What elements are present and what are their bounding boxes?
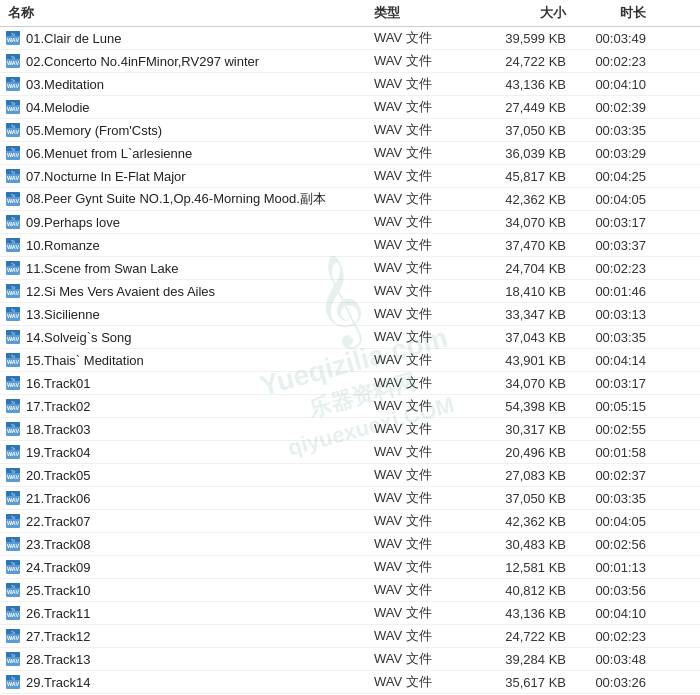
svg-text:WAV: WAV [7,244,19,250]
row-size: 37,050 KB [474,123,574,138]
row-duration: 00:02:23 [574,54,654,69]
wav-file-icon: WAV Tit [4,167,22,185]
table-row[interactable]: WAV Tit 24.Track09 WAV 文件 12,581 KB 00:0… [0,556,700,579]
row-name-text: 03.Meditation [26,77,104,92]
table-row[interactable]: WAV Tit 08.Peer Gynt Suite NO.1,Op.46-Mo… [0,188,700,211]
row-duration: 00:01:46 [574,284,654,299]
row-name-text: 24.Track09 [26,560,91,575]
row-size: 34,070 KB [474,376,574,391]
svg-text:WAV: WAV [7,451,19,457]
row-size: 42,362 KB [474,514,574,529]
table-row[interactable]: WAV Tit 14.Solveig`s Song WAV 文件 37,043 … [0,326,700,349]
row-type: WAV 文件 [374,512,474,530]
row-type: WAV 文件 [374,627,474,645]
table-row[interactable]: WAV Tit 12.Si Mes Vers Avaient des Ailes… [0,280,700,303]
table-row[interactable]: WAV Tit 04.Melodie WAV 文件 27,449 KB 00:0… [0,96,700,119]
table-row[interactable]: WAV Tit 25.Track10 WAV 文件 40,812 KB 00:0… [0,579,700,602]
row-name: WAV Tit 28.Track13 [4,650,374,668]
row-duration: 00:03:48 [574,652,654,667]
wav-file-icon: WAV Tit [4,305,22,323]
header-size[interactable]: 大小 [474,4,574,22]
svg-text:WAV: WAV [7,382,19,388]
table-row[interactable]: WAV Tit 26.Track11 WAV 文件 43,136 KB 00:0… [0,602,700,625]
row-type: WAV 文件 [374,282,474,300]
wav-file-icon: WAV Tit [4,673,22,691]
row-name-text: 09.Perhaps love [26,215,120,230]
row-duration: 00:03:49 [574,31,654,46]
svg-text:WAV: WAV [7,60,19,66]
table-row[interactable]: WAV Tit 17.Track02 WAV 文件 54,398 KB 00:0… [0,395,700,418]
header-type[interactable]: 类型 [374,4,474,22]
row-type: WAV 文件 [374,167,474,185]
wav-file-icon: WAV Tit [4,535,22,553]
row-name-text: 20.Track05 [26,468,91,483]
table-row[interactable]: WAV Tit 01.Clair de Lune WAV 文件 39,599 K… [0,27,700,50]
wav-file-icon: WAV Tit [4,144,22,162]
row-name: WAV Tit 25.Track10 [4,581,374,599]
svg-text:WAV: WAV [7,267,19,273]
svg-text:Tit: Tit [11,102,15,106]
table-row[interactable]: WAV Tit 10.Romanze WAV 文件 37,470 KB 00:0… [0,234,700,257]
svg-text:Tit: Tit [11,263,15,267]
table-row[interactable]: WAV Tit 28.Track13 WAV 文件 39,284 KB 00:0… [0,648,700,671]
table-row[interactable]: WAV Tit 16.Track01 WAV 文件 34,070 KB 00:0… [0,372,700,395]
table-row[interactable]: WAV Tit 27.Track12 WAV 文件 24,722 KB 00:0… [0,625,700,648]
row-name: WAV Tit 22.Track07 [4,512,374,530]
row-name: WAV Tit 27.Track12 [4,627,374,645]
svg-text:WAV: WAV [7,198,19,204]
table-row[interactable]: WAV Tit 15.Thais` Meditation WAV 文件 43,9… [0,349,700,372]
row-name-text: 07.Nocturne In E-Flat Major [26,169,186,184]
table-row[interactable]: WAV Tit 23.Track08 WAV 文件 30,483 KB 00:0… [0,533,700,556]
row-name-text: 25.Track10 [26,583,91,598]
svg-text:Tit: Tit [11,677,15,681]
table-row[interactable]: WAV Tit 19.Track04 WAV 文件 20,496 KB 00:0… [0,441,700,464]
table-row[interactable]: WAV Tit 06.Menuet from L`arlesienne WAV … [0,142,700,165]
row-type: WAV 文件 [374,374,474,392]
svg-text:WAV: WAV [7,359,19,365]
wav-file-icon: WAV Tit [4,558,22,576]
row-duration: 00:02:23 [574,629,654,644]
row-duration: 00:02:39 [574,100,654,115]
table-row[interactable]: WAV Tit 18.Track03 WAV 文件 30,317 KB 00:0… [0,418,700,441]
svg-text:WAV: WAV [7,612,19,618]
table-row[interactable]: WAV Tit 29.Track14 WAV 文件 35,617 KB 00:0… [0,671,700,694]
table-row[interactable]: WAV Tit 20.Track05 WAV 文件 27,083 KB 00:0… [0,464,700,487]
row-name-text: 16.Track01 [26,376,91,391]
table-row[interactable]: WAV Tit 07.Nocturne In E-Flat Major WAV … [0,165,700,188]
svg-text:WAV: WAV [7,83,19,89]
svg-text:Tit: Tit [11,148,15,152]
wav-file-icon: WAV Tit [4,420,22,438]
row-name: WAV Tit 08.Peer Gynt Suite NO.1,Op.46-Mo… [4,190,374,208]
svg-text:WAV: WAV [7,543,19,549]
wav-file-icon: WAV Tit [4,627,22,645]
row-name: WAV Tit 29.Track14 [4,673,374,691]
row-type: WAV 文件 [374,98,474,116]
row-duration: 00:01:13 [574,560,654,575]
row-duration: 00:04:10 [574,606,654,621]
header-duration[interactable]: 时长 [574,4,654,22]
row-name-text: 04.Melodie [26,100,90,115]
table-row[interactable]: WAV Tit 02.Concerto No.4inFMinor,RV297 w… [0,50,700,73]
row-name: WAV Tit 05.Memory (From'Csts) [4,121,374,139]
row-type: WAV 文件 [374,397,474,415]
table-row[interactable]: WAV Tit 21.Track06 WAV 文件 37,050 KB 00:0… [0,487,700,510]
header-name[interactable]: 名称 [4,4,374,22]
wav-file-icon: WAV Tit [4,443,22,461]
table-row[interactable]: WAV Tit 13.Sicilienne WAV 文件 33,347 KB 0… [0,303,700,326]
row-size: 39,284 KB [474,652,574,667]
row-size: 35,617 KB [474,675,574,690]
row-size: 34,070 KB [474,215,574,230]
row-duration: 00:03:26 [574,675,654,690]
row-duration: 00:02:23 [574,261,654,276]
table-row[interactable]: WAV Tit 11.Scene from Swan Lake WAV 文件 2… [0,257,700,280]
table-row[interactable]: WAV Tit 22.Track07 WAV 文件 42,362 KB 00:0… [0,510,700,533]
svg-text:WAV: WAV [7,474,19,480]
row-type: WAV 文件 [374,351,474,369]
row-type: WAV 文件 [374,121,474,139]
wav-file-icon: WAV Tit [4,489,22,507]
table-row[interactable]: WAV Tit 09.Perhaps love WAV 文件 34,070 KB… [0,211,700,234]
table-row[interactable]: WAV Tit 05.Memory (From'Csts) WAV 文件 37,… [0,119,700,142]
table-row[interactable]: WAV Tit 03.Meditation WAV 文件 43,136 KB 0… [0,73,700,96]
row-duration: 00:04:25 [574,169,654,184]
svg-text:WAV: WAV [7,336,19,342]
